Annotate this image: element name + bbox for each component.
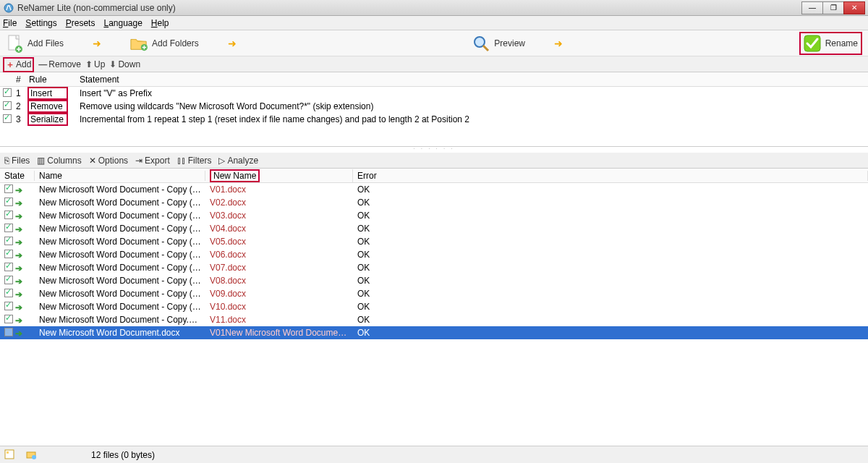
file-row[interactable]: ➔New Microsoft Word Document - Copy (4).… — [0, 235, 868, 248]
minimize-button[interactable]: — — [801, 1, 823, 14]
files-list[interactable]: ➔New Microsoft Word Document - Copy (10)… — [0, 183, 868, 446]
file-state: ➔ — [0, 263, 35, 273]
down-arrow-icon: ⬇ — [109, 59, 116, 69]
close-button[interactable]: ✕ — [843, 1, 865, 14]
rules-list: 1InsertInsert "V" as Prefix2RemoveRemove… — [0, 87, 868, 147]
files-btn-export[interactable]: ⇥Export — [135, 156, 170, 166]
file-checkbox[interactable] — [4, 250, 13, 258]
file-error: OK — [353, 328, 868, 338]
files-col-newname[interactable]: New Name — [205, 169, 353, 182]
file-name: New Microsoft Word Document - Copy (11).… — [35, 197, 205, 208]
file-checkbox[interactable] — [4, 328, 13, 336]
plus-icon: ＋ — [6, 59, 14, 71]
files-col-state[interactable]: State — [0, 171, 35, 181]
menu-file[interactable]: File — [3, 18, 17, 28]
rule-checkbox[interactable] — [3, 114, 12, 123]
file-checkbox[interactable] — [4, 197, 13, 206]
files-btn-files[interactable]: ⎘Files — [4, 156, 30, 166]
file-checkbox[interactable] — [4, 315, 13, 323]
file-checkbox[interactable] — [4, 237, 13, 245]
arrow-icon: ➔ — [15, 250, 22, 260]
file-error: OK — [353, 224, 868, 234]
menu-help[interactable]: Help — [151, 18, 169, 28]
arrow-icon: ➔ — [15, 224, 22, 234]
arrow-icon: ➔ — [15, 211, 22, 221]
rule-checkbox[interactable] — [3, 101, 12, 110]
file-error: OK — [353, 315, 868, 325]
status-icon-1[interactable] — [4, 449, 16, 461]
files-col-error[interactable]: Error — [353, 171, 868, 181]
columns-icon: ▥ — [37, 156, 45, 166]
file-newname: V07.docx — [205, 263, 353, 273]
rule-type: Serialize — [29, 113, 80, 126]
files-btn-filters[interactable]: ⫿⫿Filters — [177, 156, 212, 166]
file-checkbox[interactable] — [4, 302, 13, 310]
preview-label: Preview — [494, 38, 525, 48]
file-row[interactable]: ➔New Microsoft Word Document - Copy (8).… — [0, 287, 868, 300]
file-row[interactable]: ➔New Microsoft Word Document - Copy (11)… — [0, 196, 868, 209]
file-row[interactable]: ➔New Microsoft Word Document - Copy (10)… — [0, 183, 868, 196]
menu-presets[interactable]: Presets — [66, 18, 95, 28]
arrow-icon: ➔ — [15, 276, 22, 286]
rule-remove-button[interactable]: — Remove — [38, 59, 81, 69]
rule-up-button[interactable]: ⬆ Up — [85, 59, 105, 69]
file-state: ➔ — [0, 289, 35, 300]
file-row[interactable]: ➔New Microsoft Word Document - Copy (3).… — [0, 222, 868, 235]
arrow-icon: ➔ — [15, 328, 22, 339]
rule-row[interactable]: 2RemoveRemove using wildcards "New Micro… — [0, 100, 868, 113]
add-folders-button[interactable]: Add Folders — [130, 35, 199, 52]
rule-statement: Incremental from 1 repeat 1 step 1 (rese… — [80, 114, 865, 124]
file-state: ➔ — [0, 197, 35, 208]
splitter-handle[interactable]: · · · · · · — [0, 147, 868, 153]
file-newname: V01New Microsoft Word Document.docx — [205, 328, 353, 338]
arrow-icon: ➔ — [15, 263, 22, 273]
arrow-icon: ➔ — [15, 198, 22, 208]
rules-header: # Rule Statement — [0, 72, 868, 87]
status-icon-2[interactable] — [26, 449, 38, 461]
rule-add-button[interactable]: ＋ Add — [3, 57, 34, 72]
svg-line-5 — [483, 46, 488, 51]
file-row[interactable]: ➔New Microsoft Word Document - Copy.docx… — [0, 313, 868, 326]
preview-button[interactable]: Preview — [472, 35, 525, 52]
arrow-icon: ➜ — [228, 38, 237, 49]
files-col-name[interactable]: Name — [35, 171, 205, 181]
up-arrow-icon: ⬆ — [85, 59, 93, 69]
rules-col-num[interactable]: # — [16, 75, 29, 85]
rules-col-rule[interactable]: Rule — [29, 75, 80, 85]
file-state: ➔ — [0, 184, 35, 195]
files-btn-analyze[interactable]: ▷Analyze — [218, 156, 258, 166]
file-checkbox[interactable] — [4, 184, 13, 193]
titlebar: ReNamer Lite (non-commercial use only) —… — [0, 0, 868, 16]
file-row[interactable]: ➔New Microsoft Word Document - Copy (2).… — [0, 209, 868, 222]
file-error: OK — [353, 263, 868, 273]
arrow-icon: ➔ — [15, 302, 22, 313]
files-btn-columns[interactable]: ▥Columns — [37, 156, 81, 166]
rule-row[interactable]: 3SerializeIncremental from 1 repeat 1 st… — [0, 113, 868, 126]
rules-col-statement[interactable]: Statement — [80, 75, 865, 85]
rename-button[interactable]: Rename — [799, 32, 862, 55]
menu-language[interactable]: Language — [103, 18, 142, 28]
folder-add-icon — [130, 35, 148, 52]
add-files-button[interactable]: Add Files — [6, 35, 64, 52]
maximize-button[interactable]: ❐ — [822, 1, 844, 14]
file-newname: V03.docx — [205, 211, 353, 221]
file-checkbox[interactable] — [4, 289, 13, 297]
file-row[interactable]: ➔New Microsoft Word Document - Copy (5).… — [0, 248, 868, 261]
file-row[interactable]: ➔New Microsoft Word Document - Copy (7).… — [0, 274, 868, 287]
rule-down-button[interactable]: ⬇ Down — [109, 59, 140, 69]
file-row[interactable]: ➔New Microsoft Word Document.docxV01New … — [0, 326, 868, 339]
rule-down-label: Down — [118, 59, 140, 69]
file-checkbox[interactable] — [4, 211, 13, 219]
file-error: OK — [353, 302, 868, 312]
file-checkbox[interactable] — [4, 224, 13, 232]
file-state: ➔ — [0, 250, 35, 260]
rule-row[interactable]: 1InsertInsert "V" as Prefix — [0, 87, 868, 100]
file-row[interactable]: ➔New Microsoft Word Document - Copy (9).… — [0, 300, 868, 313]
files-btn-options[interactable]: ✕Options — [89, 156, 128, 166]
menubar: File Settings Presets Language Help — [0, 16, 868, 30]
file-checkbox[interactable] — [4, 276, 13, 284]
file-checkbox[interactable] — [4, 263, 13, 271]
file-row[interactable]: ➔New Microsoft Word Document - Copy (6).… — [0, 261, 868, 274]
rule-checkbox[interactable] — [3, 88, 12, 97]
menu-settings[interactable]: Settings — [25, 18, 56, 28]
